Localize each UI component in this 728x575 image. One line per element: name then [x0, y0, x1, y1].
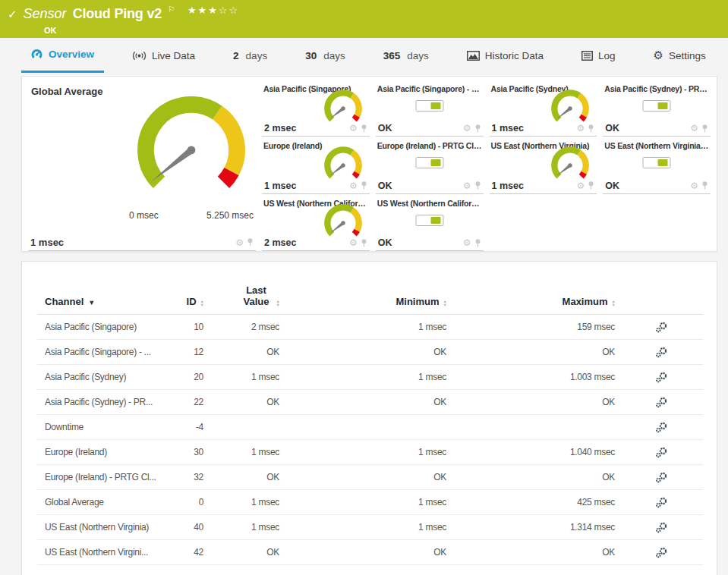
channel-settings-icon[interactable]: ⚙ [349, 181, 358, 190]
channel-settings-icon[interactable]: ⚙ [576, 124, 585, 133]
table-row: Asia Pacific (Singapore) 10 2 msec 1 mse… [37, 315, 703, 340]
tab-overview[interactable]: Overview [21, 38, 104, 73]
pin-icon[interactable] [701, 124, 708, 133]
sort-desc-icon: ▼ [88, 299, 95, 306]
table-row: Global Average 0 1 msec 1 msec 425 msec [37, 490, 703, 515]
status-indicator [643, 100, 671, 112]
sort-icon[interactable]: ▲▼ [276, 300, 280, 306]
table-row: Asia Pacific (Sydney) - PR... 22 OK OK O… [37, 390, 703, 415]
status-indicator [415, 100, 443, 112]
sensor-header: ✓ Sensor Cloud Ping v2 ⚐ ★★★☆☆ OK [0, 0, 728, 38]
pin-icon[interactable] [361, 181, 367, 190]
status-badge: OK [44, 26, 728, 35]
tab-30-days[interactable]: 30days [295, 38, 355, 73]
tab-log[interactable]: Log [572, 38, 626, 73]
channel-settings-icon[interactable]: ⚙ [235, 238, 244, 247]
sensor-kind-label: Sensor [24, 6, 67, 22]
channel-settings-icon[interactable]: ⚙ [349, 238, 358, 247]
column-header-last-value[interactable]: Last Value▲▼ [204, 284, 280, 315]
channel-settings-icon[interactable]: ⚙ [576, 181, 585, 190]
edit-channel-gears-icon[interactable] [655, 347, 668, 358]
mini-gauge [321, 90, 365, 126]
column-header-id[interactable]: ID▲▼ [166, 284, 204, 315]
channel-tile-ireland[interactable]: Europe (Ireland) 1 msec ⚙ [262, 138, 370, 193]
pin-icon[interactable] [247, 238, 254, 247]
global-average-gauge [131, 96, 251, 193]
table-row: Europe (Ireland) 30 1 msec 1 msec 1.040 … [37, 440, 703, 465]
sort-icon[interactable]: ▲▼ [200, 300, 204, 306]
edit-channel-gears-icon[interactable] [655, 472, 668, 483]
channel-tile-sydney-prtg[interactable]: Asia Pacific (Sydney) - PRTG ... OK ⚙ [603, 81, 711, 137]
pin-icon[interactable] [588, 124, 594, 133]
table-row: Downtime -4 [37, 415, 703, 440]
tab-historic-data[interactable]: Historic Data [457, 38, 553, 73]
table-row: US East (Northern Virginia) 40 1 msec 1 … [37, 515, 703, 540]
channel-table-panel: Channel▼ ID▲▼ Last Value▲▼ Minimum▲▼ Max… [21, 261, 717, 575]
channel-tile-singapore-prtg[interactable]: Asia Pacific (Singapore) - PR... OK ⚙ [376, 81, 484, 137]
channel-settings-icon[interactable]: ⚙ [463, 181, 471, 190]
channel-tile-us-east[interactable]: US East (Northern Virginia) 1 msec ⚙ [490, 138, 597, 193]
gauge-title: Global Average [28, 81, 256, 97]
pin-icon[interactable] [474, 181, 481, 190]
status-indicator [643, 157, 671, 168]
tab-365-days[interactable]: 365days [373, 38, 439, 73]
gauge-icon [31, 49, 43, 60]
mini-gauge [548, 146, 592, 183]
page-title: Cloud Ping v2 [73, 6, 162, 22]
channel-settings-icon[interactable]: ⚙ [463, 124, 471, 133]
gauge-value: 1 msec [30, 237, 64, 248]
edit-channel-gears-icon[interactable] [655, 522, 668, 533]
tab-live-data[interactable]: Live Data [122, 38, 205, 73]
channel-settings-icon[interactable]: ⚙ [463, 238, 471, 247]
tab-bar: Overview Live Data 2days 30days 365days … [0, 38, 728, 73]
mini-gauge [321, 204, 365, 240]
tab-2-days[interactable]: 2days [223, 38, 277, 73]
pin-icon[interactable] [474, 124, 481, 133]
channel-tile-us-west[interactable]: US West (Northern California) 2 msec ⚙ [262, 196, 370, 251]
channel-settings-icon[interactable]: ⚙ [349, 124, 358, 133]
mini-gauge [321, 146, 365, 183]
column-header-minimum[interactable]: Minimum▲▼ [280, 284, 447, 315]
edit-channel-gears-icon[interactable] [655, 422, 668, 433]
channel-settings-icon[interactable]: ⚙ [690, 181, 698, 190]
edit-channel-gears-icon[interactable] [655, 372, 668, 383]
edit-channel-gears-icon[interactable] [655, 547, 668, 558]
gear-icon: ⚙ [654, 50, 663, 61]
pin-icon[interactable] [701, 181, 708, 190]
historic-chart-icon [467, 51, 480, 61]
table-row: Asia Pacific (Sydney) 20 1 msec 1 msec 1… [37, 365, 703, 390]
global-average-tile[interactable]: Global Average 0 msec 5.250 msec 1 msec … [28, 81, 256, 251]
priority-stars[interactable]: ★★★☆☆ [188, 5, 239, 16]
status-check-icon: ✓ [8, 8, 17, 20]
flag-icon[interactable]: ⚐ [168, 5, 175, 14]
channel-settings-icon[interactable]: ⚙ [690, 124, 698, 133]
edit-channel-gears-icon[interactable] [655, 497, 668, 508]
gauge-scale-max: 5.250 msec [206, 210, 254, 221]
edit-channel-gears-icon[interactable] [655, 322, 668, 333]
channel-tile-us-west-prtg[interactable]: US West (Northern California)... OK ⚙ [376, 196, 484, 251]
pin-icon[interactable] [474, 239, 481, 247]
channel-tile-singapore[interactable]: Asia Pacific (Singapore) 2 msec ⚙ [262, 81, 370, 137]
edit-channel-gears-icon[interactable] [655, 397, 668, 408]
column-header-maximum[interactable]: Maximum▲▼ [447, 284, 616, 315]
column-header-channel[interactable]: Channel▼ [37, 284, 166, 315]
sort-icon[interactable]: ▲▼ [612, 300, 616, 306]
table-row: Asia Pacific (Singapore) - ... 12 OK OK … [37, 340, 703, 365]
pin-icon[interactable] [361, 239, 367, 247]
table-row: Europe (Ireland) - PRTG Cl... 32 OK OK O… [37, 465, 703, 490]
edit-channel-gears-icon[interactable] [655, 447, 668, 458]
live-data-icon [132, 51, 147, 61]
pin-icon[interactable] [588, 181, 594, 190]
channel-table: Channel▼ ID▲▼ Last Value▲▼ Minimum▲▼ Max… [37, 284, 703, 565]
log-icon [581, 51, 593, 61]
tab-settings[interactable]: ⚙ Settings [644, 38, 716, 73]
channel-tile-sydney[interactable]: Asia Pacific (Sydney) 1 msec ⚙ [490, 81, 597, 137]
gauge-scale-min: 0 msec [129, 210, 159, 221]
status-indicator [415, 157, 443, 168]
sort-icon[interactable]: ▲▼ [443, 300, 447, 306]
mini-gauge [548, 90, 592, 126]
status-indicator [415, 215, 443, 226]
channel-tile-ireland-prtg[interactable]: Europe (Ireland) - PRTG Cloud... OK ⚙ [376, 138, 484, 193]
channel-tile-us-east-prtg[interactable]: US East (Northern Virginia) - ... OK ⚙ [603, 138, 711, 193]
pin-icon[interactable] [361, 124, 367, 133]
